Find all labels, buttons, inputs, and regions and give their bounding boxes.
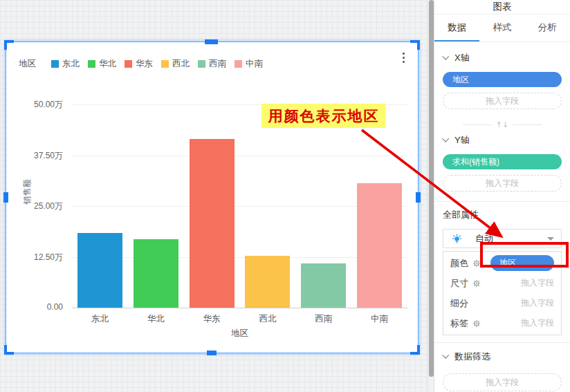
resize-handle-bottom[interactable] — [207, 351, 217, 355]
prop-color-label: 颜色 — [450, 257, 468, 270]
section-x-axis-label: X轴 — [454, 52, 470, 64]
y-tick-label: 37.50万 — [6, 150, 63, 162]
chevron-down-icon — [442, 53, 449, 60]
x-tick-label: 西北 — [240, 313, 295, 325]
divider — [434, 201, 570, 202]
resize-handle-top[interactable] — [205, 39, 218, 44]
label-drop-zone[interactable]: 拖入字段 — [481, 317, 554, 329]
x-axis-drop-zone[interactable]: 拖入字段 — [443, 93, 562, 109]
x-tick-label: 西南 — [296, 313, 351, 325]
chart-settings-panel: 图表 数据 样式 分析 X轴 地区 拖入字段 ↑↓ Y轴 求和(销售额) 拖入字… — [434, 0, 570, 392]
canvas-scrollbar-thumb[interactable] — [429, 0, 434, 377]
size-drop-zone[interactable]: 拖入字段 — [481, 277, 554, 289]
annotation-note: 用颜色表示地区 — [261, 104, 386, 128]
section-x-axis-header[interactable]: X轴 — [443, 52, 562, 64]
y-tick-label: 50.00万 — [6, 99, 63, 111]
y-tick-label: 12.50万 — [6, 252, 63, 263]
bar-chart-plot: 销售额 地区 50.00万37.50万25.00万12.50万0.00东北华北华… — [6, 42, 418, 353]
x-tick-label: 东北 — [72, 313, 127, 325]
y-axis-drop-zone[interactable]: 拖入字段 — [443, 175, 562, 192]
chevron-down-icon — [442, 136, 449, 142]
prop-row-label: 标签 拖入字段 — [443, 313, 561, 333]
tab-style[interactable]: 样式 — [479, 15, 524, 41]
divider — [434, 342, 570, 343]
panel-tabs: 数据 样式 分析 — [434, 15, 570, 42]
gear-icon[interactable] — [472, 319, 481, 328]
gridline — [72, 156, 407, 156]
tab-analysis[interactable]: 分析 — [525, 15, 570, 41]
filter-drop-zone[interactable]: 拖入字段 — [443, 373, 562, 391]
bar-中南[interactable] — [357, 183, 402, 308]
x-axis-field-pill[interactable]: 地区 — [443, 72, 562, 87]
prop-row-color: 颜色 地区 — [443, 253, 561, 273]
resize-handle-right[interactable] — [416, 192, 421, 203]
swap-axes-icon[interactable]: ↑↓ — [492, 120, 513, 129]
prop-detail-label: 细分 — [450, 297, 468, 310]
chart-widget[interactable]: 地区 东北华北华东西北西南中南 销售额 地区 50.00万37.50万25.00… — [6, 41, 419, 353]
axis-swap-divider: ↑↓ — [434, 120, 570, 129]
prop-label-label: 标签 — [450, 317, 468, 330]
canvas-scrollbar-track[interactable] — [428, 0, 434, 392]
gear-icon[interactable] — [472, 279, 481, 288]
chevron-down-icon — [442, 352, 449, 359]
section-y-axis-header[interactable]: Y轴 — [443, 134, 562, 147]
chevron-down-icon — [547, 237, 554, 241]
panel-title: 图表 — [434, 0, 570, 15]
bar-华北[interactable] — [134, 239, 178, 308]
prop-row-size: 尺寸 拖入字段 — [443, 273, 561, 293]
section-filter-header[interactable]: 数据筛选 — [443, 351, 562, 363]
lightbulb-icon — [452, 234, 462, 244]
chart-mode-value: 自动 — [475, 232, 547, 245]
prop-size-label: 尺寸 — [450, 277, 468, 290]
bar-华东[interactable] — [190, 139, 235, 308]
detail-drop-zone[interactable]: 拖入字段 — [481, 297, 554, 309]
bar-西南[interactable] — [301, 263, 346, 308]
bar-西北[interactable] — [245, 256, 290, 308]
bar-东北[interactable] — [77, 233, 122, 308]
x-axis-title: 地区 — [72, 328, 407, 339]
y-axis-field-pill[interactable]: 求和(销售额) — [443, 154, 562, 169]
gridline — [72, 308, 407, 308]
resize-handle-bottom-left[interactable] — [4, 345, 14, 355]
resize-handle-bottom-right[interactable] — [410, 345, 420, 355]
design-canvas[interactable]: 地区 东北华北华东西北西南中南 销售额 地区 50.00万37.50万25.00… — [0, 0, 434, 392]
prop-row-detail: 细分 拖入字段 — [443, 293, 561, 313]
resize-handle-left[interactable] — [3, 192, 8, 203]
all-properties-label: 全部属性 — [443, 209, 562, 221]
y-tick-label: 0.00 — [6, 302, 63, 312]
tab-data[interactable]: 数据 — [434, 15, 479, 41]
chart-mode-select[interactable]: 自动 — [443, 229, 562, 248]
section-y-axis-label: Y轴 — [454, 134, 470, 147]
resize-handle-top-right[interactable] — [410, 40, 420, 50]
section-filter-label: 数据筛选 — [454, 351, 490, 363]
gear-icon[interactable] — [472, 259, 481, 268]
x-tick-label: 中南 — [352, 313, 407, 325]
x-tick-label: 华北 — [128, 313, 183, 325]
y-tick-label: 25.00万 — [6, 200, 63, 212]
color-field-pill[interactable]: 地区 — [490, 255, 554, 271]
x-tick-label: 华东 — [184, 313, 239, 325]
properties-box: 颜色 地区 尺寸 — [443, 251, 562, 335]
resize-handle-top-left[interactable] — [4, 40, 14, 50]
